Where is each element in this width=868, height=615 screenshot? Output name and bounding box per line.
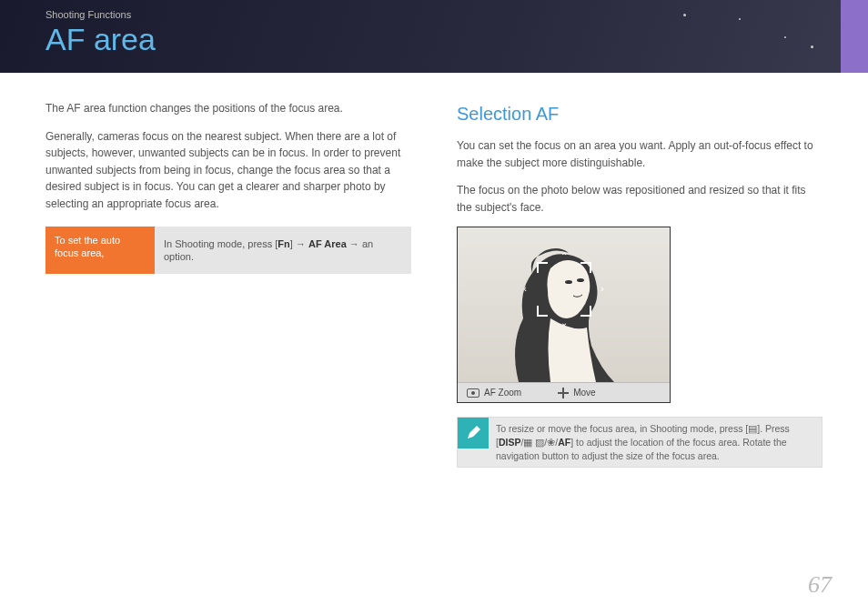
chevron-up-icon: ⌃ xyxy=(560,249,568,264)
left-column: The AF area function changes the positio… xyxy=(45,100,411,468)
chevron-right-icon: › xyxy=(601,283,603,297)
selection-p1: You can set the focus on an area you wan… xyxy=(457,137,823,171)
example-photo: ⌃ ⌄ ‹ › AF Zoom Move xyxy=(457,227,671,403)
move-control: Move xyxy=(558,386,595,400)
right-column: Selection AF You can set the focus on an… xyxy=(457,100,823,468)
page-header: Shooting Functions AF area xyxy=(0,0,868,73)
focus-box-overlay: ⌃ ⌄ ‹ › xyxy=(537,262,591,317)
chevron-left-icon: ‹ xyxy=(524,283,527,297)
section-title: Selection AF xyxy=(457,100,823,128)
photo-area: ⌃ ⌄ ‹ › xyxy=(458,227,670,382)
body-text: Generally, cameras focus on the nearest … xyxy=(45,128,411,213)
tip-text: To resize or move the focus area, in Sho… xyxy=(489,418,822,467)
action-description: In Shooting mode, press [Fn] → AF Area →… xyxy=(155,227,411,275)
af-zoom-control: AF Zoom xyxy=(467,386,521,400)
dial-icon xyxy=(467,388,479,398)
photo-controls-bar: AF Zoom Move xyxy=(458,382,670,402)
intro-text: The AF area function changes the positio… xyxy=(45,100,411,117)
dpad-icon xyxy=(558,388,569,398)
page-number: 67 xyxy=(808,571,832,599)
breadcrumb: Shooting Functions xyxy=(45,9,823,20)
selection-p2: The focus on the photo below was reposit… xyxy=(457,182,823,216)
action-label: To set the auto focus area, xyxy=(45,227,155,275)
chevron-down-icon: ⌄ xyxy=(560,316,568,330)
action-callout: To set the auto focus area, In Shooting … xyxy=(45,227,411,275)
pen-icon xyxy=(458,418,489,449)
content-area: The AF area function changes the positio… xyxy=(0,73,868,468)
page-title: AF area xyxy=(45,22,823,57)
tip-callout: To resize or move the focus area, in Sho… xyxy=(457,417,823,468)
